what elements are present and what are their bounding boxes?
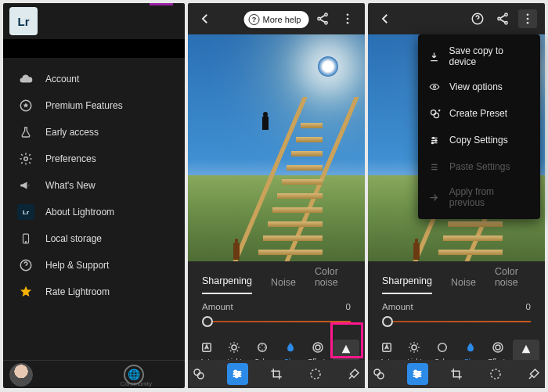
svg-point-37 <box>434 139 436 141</box>
sidebar-item-about[interactable]: Lr About Lightroom <box>3 199 185 225</box>
lr-badge-icon: Lr <box>17 204 34 220</box>
preset-add-icon <box>427 106 442 120</box>
mode-edit[interactable] <box>407 363 429 385</box>
svg-point-43 <box>496 345 500 350</box>
copy-sliders-icon <box>427 133 442 147</box>
svg-point-46 <box>415 371 417 373</box>
mode-healing[interactable] <box>523 363 545 385</box>
subtab-color-noise[interactable]: Color noise <box>315 266 351 294</box>
sidebar-item-label: Premium Features <box>45 100 123 111</box>
sidebar-item-early-access[interactable]: Early access <box>3 119 185 146</box>
svg-point-23 <box>238 373 240 376</box>
sidebar-item-rate[interactable]: Rate Lightroom <box>3 279 185 305</box>
sidebar-item-whatsnew[interactable]: What's New <box>3 172 185 199</box>
menu-label: Paste Settings <box>449 161 510 172</box>
amount-slider[interactable] <box>202 316 351 327</box>
menu-paste-settings: Paste Settings <box>418 153 540 180</box>
help-icon[interactable] <box>468 9 487 28</box>
sidebar-item-preferences[interactable]: Preferences <box>3 146 185 172</box>
sidebar-item-local-storage[interactable]: Local storage <box>3 225 185 252</box>
cloud-icon <box>17 70 34 88</box>
sidebar-item-label: Rate Lightroom <box>45 286 110 297</box>
sidebar-item-label: Local storage <box>45 233 102 244</box>
help-icon <box>17 257 34 274</box>
subtab-noise[interactable]: Noise <box>451 277 476 294</box>
svg-point-29 <box>505 22 507 24</box>
mode-masking[interactable] <box>305 363 326 385</box>
back-icon[interactable] <box>196 9 215 28</box>
menu-label: Apply from previous <box>449 186 531 208</box>
mode-edit[interactable] <box>227 363 249 385</box>
subtab-color-noise[interactable]: Color noise <box>495 266 531 294</box>
svg-point-24 <box>236 376 238 378</box>
detail-icon <box>338 341 354 357</box>
menu-create-preset[interactable]: Create Preset <box>418 100 540 127</box>
svg-point-18 <box>313 343 323 352</box>
mode-bar <box>188 360 365 388</box>
svg-point-38 <box>431 142 433 143</box>
gear-icon <box>17 150 34 167</box>
svg-point-32 <box>527 22 529 24</box>
amount-slider[interactable] <box>382 316 531 327</box>
menu-save-copy[interactable]: Save copy to device <box>418 39 540 74</box>
sidebar-item-label: About Lightroom <box>45 207 114 218</box>
amount-label: Amount <box>202 302 233 311</box>
blur-icon <box>463 340 478 355</box>
svg-point-48 <box>416 376 418 378</box>
svg-point-33 <box>434 86 436 88</box>
menu-copy-settings[interactable]: Copy Settings <box>418 127 540 153</box>
svg-point-36 <box>432 137 434 138</box>
sidebar-item-label: Early access <box>45 127 99 138</box>
subtab-sharpening[interactable]: Sharpening <box>202 275 252 294</box>
avatar[interactable] <box>9 363 33 387</box>
sidebar-item-label: What's New <box>45 180 96 191</box>
editor-panel-middle: ? More help Sharpening Noi <box>188 3 365 388</box>
share-icon[interactable] <box>493 9 512 28</box>
more-icon[interactable] <box>338 9 357 28</box>
more-icon[interactable] <box>518 9 537 28</box>
svg-point-5 <box>325 13 327 16</box>
paste-sliders-icon <box>427 160 442 174</box>
detail-icon <box>518 341 534 357</box>
svg-point-49 <box>491 369 500 379</box>
photo-preview[interactable] <box>188 34 365 261</box>
mode-presets[interactable] <box>188 363 210 385</box>
flask-icon <box>17 124 34 141</box>
light-icon <box>406 340 422 355</box>
svg-point-9 <box>347 18 349 20</box>
svg-point-14 <box>261 344 263 346</box>
svg-point-19 <box>315 345 320 350</box>
svg-point-15 <box>264 347 265 348</box>
sidebar-item-label: Account <box>45 74 79 85</box>
svg-point-21 <box>197 373 204 379</box>
svg-point-35 <box>434 113 438 117</box>
svg-point-1 <box>24 157 28 161</box>
color-icon <box>434 340 450 355</box>
svg-point-17 <box>259 347 261 348</box>
phone-icon <box>17 230 34 247</box>
mode-crop[interactable] <box>445 363 467 385</box>
menu-view-options[interactable]: View options <box>418 74 540 100</box>
mode-masking[interactable] <box>485 363 507 385</box>
menu-label: Save copy to device <box>449 45 531 67</box>
sidebar-item-help[interactable]: Help & Support <box>3 252 185 279</box>
svg-point-25 <box>311 369 320 379</box>
sidebar-item-account[interactable]: Account <box>3 66 185 92</box>
more-help-chip[interactable]: ? More help <box>244 11 309 28</box>
svg-point-22 <box>235 371 237 373</box>
back-icon[interactable] <box>376 9 395 28</box>
svg-point-7 <box>325 22 327 24</box>
amount-value: 0 <box>526 302 531 311</box>
star-outline-icon <box>17 97 34 114</box>
subtab-noise[interactable]: Noise <box>271 277 296 294</box>
svg-point-31 <box>527 18 529 20</box>
share-icon[interactable] <box>313 9 332 28</box>
mode-healing[interactable] <box>343 363 365 385</box>
sidebar-item-premium[interactable]: Premium Features <box>3 92 185 119</box>
effects-icon <box>310 340 326 355</box>
download-icon <box>427 49 442 63</box>
mode-crop[interactable] <box>265 363 287 385</box>
mode-presets[interactable] <box>368 363 390 385</box>
subtab-sharpening[interactable]: Sharpening <box>382 275 432 294</box>
menu-apply-previous: Apply from previous <box>418 180 540 214</box>
